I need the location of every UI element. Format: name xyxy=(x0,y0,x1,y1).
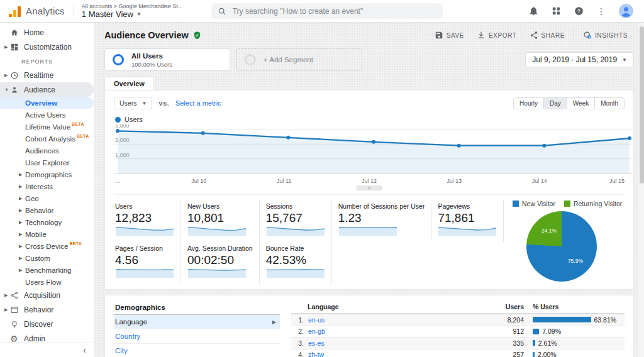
sidebar-subitem-behavior[interactable]: ▶Behavior xyxy=(0,204,94,216)
granularity-day-button[interactable]: Day xyxy=(544,97,567,109)
sidebar-item-home[interactable]: Home xyxy=(0,25,94,40)
granularity-hourly-button[interactable]: Hourly xyxy=(513,97,544,109)
sidebar-subitem-technology[interactable]: ▶Technology xyxy=(0,216,94,228)
share-button[interactable]: SHARE xyxy=(523,29,571,41)
demo-item-language[interactable]: Language▶ xyxy=(114,315,280,329)
sidebar-subitem-geo[interactable]: ▶Geo xyxy=(0,192,94,204)
segment-all-users[interactable]: All Users 100.00% Users xyxy=(104,48,230,71)
sidebar-subitem-cohort-analysis[interactable]: Cohort AnalysisBETA xyxy=(0,133,94,145)
help-icon[interactable]: ? xyxy=(573,6,584,17)
date-range-value: Jul 9, 2019 - Jul 15, 2019 xyxy=(532,55,617,64)
granularity-month-button[interactable]: Month xyxy=(595,97,625,109)
pie-legend-returning-visitor: Returning Visitor xyxy=(564,200,622,207)
sidebar-subitem-benchmarking[interactable]: ▶Benchmarking xyxy=(0,264,94,276)
metric-card-avg-session-duration[interactable]: Avg. Session Duration00:02:50 xyxy=(186,242,260,284)
metric-card-pages-session[interactable]: Pages / Session4.56 xyxy=(114,242,181,284)
sidebar-item-label: Acquisition xyxy=(24,291,60,300)
realtime-icon xyxy=(10,71,24,80)
col-header-pct-users[interactable]: % Users xyxy=(524,303,625,310)
language-link[interactable]: es-es xyxy=(308,339,325,347)
expand-caret-icon: ▶ xyxy=(19,268,25,273)
topbar-divider xyxy=(74,4,74,18)
sidebar-item-realtime[interactable]: ▶Realtime xyxy=(0,68,94,82)
language-link[interactable]: zh-tw xyxy=(308,351,324,357)
sidebar-collapse-button[interactable]: ‹ xyxy=(83,345,86,355)
select-metric-link[interactable]: Select a metric xyxy=(175,99,221,107)
sidebar-item-audience[interactable]: ▼Audience xyxy=(0,82,94,97)
sidebar-item-discover[interactable]: Discover xyxy=(0,317,94,331)
date-range-picker[interactable]: Jul 9, 2019 - Jul 15, 2019 ▼ xyxy=(525,52,634,67)
apps-grid-icon[interactable] xyxy=(550,6,562,17)
metric-dropdown[interactable]: Users ▼ xyxy=(114,97,152,109)
metric-card-sessions[interactable]: Sessions15,767 xyxy=(265,200,332,242)
sidebar-item-label: Customization xyxy=(24,43,72,52)
sidebar-subitem-label: User Explorer xyxy=(25,159,69,167)
overview-panel: Users ▼ VS. Select a metric HourlyDayWee… xyxy=(104,90,634,290)
language-link[interactable]: en-us xyxy=(308,316,325,324)
sidebar-subitem-active-users[interactable]: Active Users xyxy=(0,109,94,121)
visitor-type-pie-chart[interactable]: 75.9% 24.1% xyxy=(526,211,597,282)
save-button[interactable]: SAVE xyxy=(428,29,470,41)
sidebar-subitem-cross-device[interactable]: ▶Cross DeviceBETA xyxy=(0,240,94,252)
chart-annotations-toggle[interactable]: ▼ xyxy=(357,185,382,190)
row-pct-value: 63.81% xyxy=(594,316,617,324)
sidebar-subitem-users-flow[interactable]: Users Flow xyxy=(0,276,94,288)
metric-card-new-users[interactable]: New Users10,801 xyxy=(186,200,260,242)
demo-item-label: Country xyxy=(115,332,140,340)
sidebar-item-label: Home xyxy=(24,28,44,37)
sidebar-subitem-label: Audiences xyxy=(25,147,59,155)
col-header-users[interactable]: Users xyxy=(484,303,524,310)
demo-item-country[interactable]: Country xyxy=(114,329,280,344)
metric-value: 4.56 xyxy=(115,253,174,267)
main-content: Audience Overview SAVEEXPORTSHARE4INSIGH… xyxy=(94,23,644,357)
sidebar-subitem-audiences[interactable]: Audiences xyxy=(0,145,94,157)
sidebar-subitem-lifetime-value[interactable]: Lifetime ValueBETA xyxy=(0,121,94,133)
svg-text:4: 4 xyxy=(588,35,590,38)
x-tick-label: Jul 15 xyxy=(609,178,625,184)
metric-card-bounce-rate[interactable]: Bounce Rate42.53% xyxy=(265,242,332,284)
row-users-value: 912 xyxy=(484,327,524,335)
metric-card-number-of-sessions-per-user[interactable]: Number of Sessions per User1.23 xyxy=(337,200,432,242)
analytics-logo[interactable]: Analytics xyxy=(6,6,65,17)
x-tick-label: ... xyxy=(115,178,120,184)
sidebar-subitem-user-explorer[interactable]: User Explorer xyxy=(0,157,94,168)
expand-caret-icon: ▶ xyxy=(19,172,25,177)
sidebar-subitem-overview[interactable]: Overview xyxy=(0,97,94,109)
demo-item-city[interactable]: City xyxy=(114,344,280,357)
pie-slice-label-returning: 24.1% xyxy=(541,228,557,234)
save-icon xyxy=(435,31,443,40)
svg-text:?: ? xyxy=(577,8,580,14)
sidebar-item-customization[interactable]: ▶Customization xyxy=(0,40,94,54)
sidebar-subitem-interests[interactable]: ▶Interests xyxy=(0,180,94,192)
metric-card-users[interactable]: Users12,823 xyxy=(114,200,181,242)
notifications-bell-icon[interactable] xyxy=(528,6,539,17)
scrollbar-thumb[interactable] xyxy=(640,26,644,184)
language-table: Language Users % Users 1.en-us8,20463.81… xyxy=(291,302,625,357)
vertical-scrollbar[interactable] xyxy=(638,23,644,357)
row-pct-value: 2.00% xyxy=(538,351,557,357)
search-bar[interactable] xyxy=(211,3,443,19)
export-button[interactable]: EXPORT xyxy=(470,29,523,41)
more-options-icon[interactable]: ⋮ xyxy=(596,6,607,17)
granularity-week-button[interactable]: Week xyxy=(567,97,595,109)
insights-button[interactable]: 4INSIGHTS xyxy=(574,29,634,41)
search-input[interactable] xyxy=(233,7,436,16)
x-tick-label: Jul 13 xyxy=(447,178,462,184)
sidebar-subitem-mobile[interactable]: ▶Mobile xyxy=(0,228,94,240)
sidebar-item-acquisition[interactable]: ▶Acquisition xyxy=(0,288,94,302)
col-header-language[interactable]: Language xyxy=(291,303,484,310)
x-tick-label: Jul 10 xyxy=(191,178,206,184)
metric-value: 12,823 xyxy=(115,211,174,225)
sidebar-item-behavior[interactable]: ▶Behavior xyxy=(0,302,94,317)
users-line-chart[interactable]: 1,0002,0003,000 ...Jul 10Jul 11Jul 12Jul… xyxy=(114,124,625,190)
add-segment-button[interactable]: + Add Segment xyxy=(236,48,362,71)
sidebar-subitem-custom[interactable]: ▶Custom xyxy=(0,252,94,264)
search-icon xyxy=(218,7,226,16)
language-link[interactable]: en-gb xyxy=(308,327,325,335)
account-switcher[interactable]: All accounts > Google Merchandise St.. 1… xyxy=(82,3,181,19)
tab-overview[interactable]: Overview xyxy=(104,77,154,90)
user-avatar[interactable] xyxy=(618,3,634,19)
sidebar-item-admin[interactable]: ⚙Admin xyxy=(0,331,94,342)
sidebar-subitem-demographics[interactable]: ▶Demographics xyxy=(0,168,94,180)
share-icon xyxy=(530,31,538,40)
